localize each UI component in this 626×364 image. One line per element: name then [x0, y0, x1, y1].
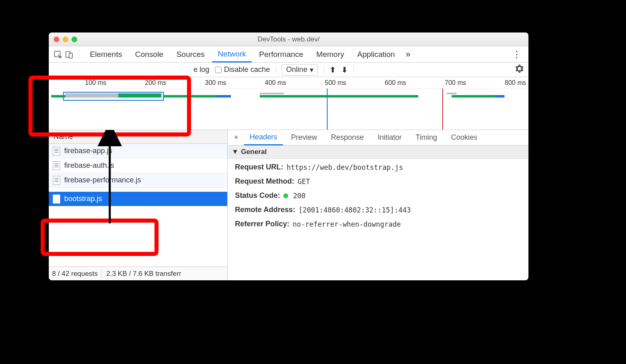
timeline-bar: [217, 95, 231, 98]
timeline-bar: [452, 95, 495, 98]
label: Referrer Policy:: [235, 220, 289, 228]
status-dot-icon: [283, 193, 288, 198]
file-icon: [53, 147, 60, 156]
label: Request Method:: [235, 177, 294, 186]
tick-label: 400 ms: [265, 79, 286, 87]
timeline-bar: [260, 95, 356, 98]
value: 200: [293, 192, 306, 200]
status-requests: 8 / 42 requests: [52, 270, 98, 278]
label: Status Code:: [235, 191, 280, 200]
preserve-log-label: e log: [193, 65, 209, 74]
more-tabs-button[interactable]: »: [402, 49, 414, 60]
kv-referrer-policy: Referrer Policy: no-referrer-when-downgr…: [235, 220, 521, 228]
tick-label: 700 ms: [445, 79, 466, 87]
separator: [102, 270, 102, 278]
request-list-pane: Name firebase-app.js firebase-auth.js fi…: [49, 130, 228, 280]
kv-request-url: Request URL: https://web.dev/bootstrap.j…: [235, 163, 521, 171]
throttling-value: Online: [286, 65, 307, 74]
domcontentloaded-marker: [327, 89, 328, 130]
throttling-select[interactable]: Online ▾: [282, 64, 318, 76]
tab-console[interactable]: Console: [129, 46, 169, 62]
tick-label: 200 ms: [145, 79, 166, 87]
value: GET: [298, 178, 310, 186]
detail-tab-headers[interactable]: Headers: [244, 130, 283, 145]
disable-cache-checkbox[interactable]: Disable cache: [215, 65, 270, 74]
timeline-bar: [51, 95, 65, 98]
download-har-button[interactable]: ⬇: [341, 65, 348, 74]
timeline-overview[interactable]: 100 ms 200 ms 300 ms 400 ms 500 ms 600 m…: [49, 77, 528, 130]
tick-label: 300 ms: [205, 79, 226, 87]
titlebar: DevTools - web.dev/: [49, 32, 528, 46]
tick-label: 100 ms: [85, 79, 106, 87]
timeline-bar: [65, 93, 118, 98]
file-icon: [53, 195, 60, 204]
file-icon: [53, 161, 60, 170]
timeline-bar: [346, 95, 418, 98]
detail-tab-initiator[interactable]: Initiator: [372, 130, 407, 145]
detail-tab-response[interactable]: Response: [325, 130, 370, 145]
tab-sources[interactable]: Sources: [171, 46, 211, 62]
close-detail-button[interactable]: ×: [231, 133, 241, 142]
kv-status-code: Status Code: 200: [235, 191, 521, 200]
svg-rect-2: [69, 53, 72, 58]
request-list[interactable]: firebase-app.js firebase-auth.js firebas…: [49, 144, 227, 266]
timeline-bar: [118, 93, 161, 98]
upload-har-button[interactable]: ⬆: [330, 65, 336, 74]
separator: [324, 65, 324, 74]
tab-network[interactable]: Network: [212, 47, 252, 63]
request-row[interactable]: firebase-performance.js: [49, 173, 227, 188]
request-detail-pane: × Headers Preview Response Initiator Tim…: [228, 130, 528, 280]
value: no-referrer-when-downgrade: [293, 220, 401, 228]
window-title: DevTools - web.dev/: [49, 35, 528, 43]
label: Remote Address:: [235, 206, 295, 214]
tab-memory[interactable]: Memory: [311, 46, 350, 62]
general-section-body: Request URL: https://web.dev/bootstrap.j…: [228, 159, 528, 232]
tab-performance[interactable]: Performance: [253, 46, 309, 62]
value: [2001:4860:4802:32::15]:443: [298, 206, 411, 214]
status-bar: 8 / 42 requests 2.3 KB / 7.6 KB transfer…: [49, 266, 227, 280]
value: https://web.dev/bootstrap.js: [287, 163, 403, 171]
request-row-selected[interactable]: bootstrap.js: [49, 192, 227, 206]
kv-request-method: Request Method: GET: [235, 177, 521, 186]
request-row[interactable]: firebase-app.js: [49, 144, 227, 158]
settings-menu-button[interactable]: ⋮: [509, 49, 524, 60]
timeline-bar: [495, 95, 504, 98]
chevron-down-icon: ▾: [310, 65, 313, 74]
request-name: firebase-performance.js: [64, 176, 141, 184]
panel-tabs: Elements Console Sources Network Perform…: [49, 46, 528, 63]
timeline-ruler: 100 ms 200 ms 300 ms 400 ms 500 ms 600 m…: [49, 77, 528, 89]
detail-tab-preview[interactable]: Preview: [285, 130, 323, 145]
tab-elements[interactable]: Elements: [84, 46, 128, 62]
file-icon: [53, 176, 60, 185]
request-name: firebase-app.js: [64, 147, 112, 155]
timeline-bar: [447, 93, 456, 94]
disable-cache-label: Disable cache: [224, 65, 270, 74]
detail-tab-cookies[interactable]: Cookies: [446, 130, 483, 145]
column-header-name[interactable]: Name: [49, 130, 227, 144]
separator: [276, 65, 276, 74]
device-toggle-icon[interactable]: [64, 50, 74, 59]
load-marker: [442, 89, 443, 130]
general-section-header[interactable]: ▼ General: [228, 145, 528, 159]
request-row[interactable]: firebase-auth.js: [49, 158, 227, 173]
separator: [79, 50, 79, 59]
tab-application[interactable]: Application: [352, 46, 401, 62]
network-settings-button[interactable]: [515, 65, 524, 75]
label: Request URL:: [235, 163, 283, 171]
inspect-icon[interactable]: [53, 50, 63, 59]
timeline-body: [49, 89, 528, 130]
tick-label: 800 ms: [505, 79, 526, 87]
timeline-bar: [164, 95, 222, 98]
kv-remote-address: Remote Address: [2001:4860:4802:32::15]:…: [235, 206, 521, 214]
separator: [353, 65, 354, 74]
detail-tabs: × Headers Preview Response Initiator Tim…: [228, 130, 528, 145]
split-view: Name firebase-app.js firebase-auth.js fi…: [49, 130, 528, 280]
request-name: firebase-auth.js: [64, 161, 114, 170]
devtools-window: DevTools - web.dev/ Elements Console Sou…: [49, 32, 528, 280]
request-name: bootstrap.js: [64, 195, 102, 203]
tick-label: 600 ms: [385, 79, 406, 87]
timeline-bar: [260, 93, 284, 94]
detail-tab-timing[interactable]: Timing: [410, 130, 443, 145]
tick-label: 500 ms: [325, 79, 346, 87]
network-toolbar: e log Disable cache Online ▾ ⬆ ⬇: [49, 63, 528, 77]
